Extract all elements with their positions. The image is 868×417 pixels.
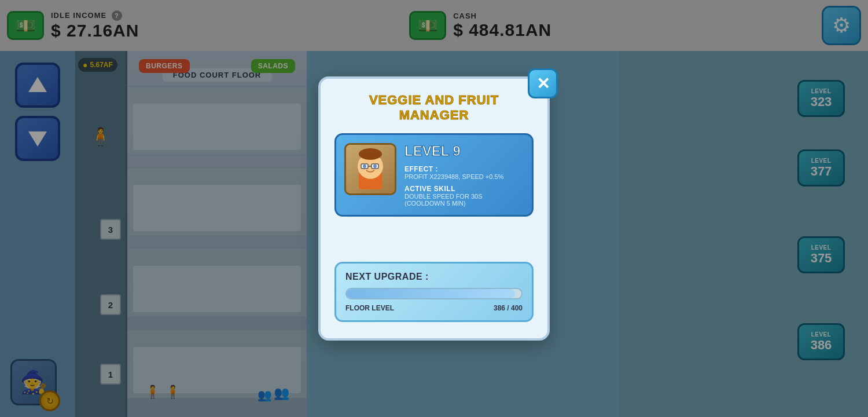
active-skill-label: ACTIVE SKILL	[404, 185, 524, 193]
close-button[interactable]: ✕	[528, 68, 558, 98]
manager-avatar	[344, 143, 396, 195]
next-upgrade-title: NEXT UPGRADE :	[345, 272, 523, 282]
modal-overlay: ✕ VEGGIE AND FRUIT MANAGER	[0, 0, 868, 417]
manager-info: LEVEL 9 EFFECT : PROFIT X2239488, SPEED …	[404, 143, 524, 207]
manager-card: LEVEL 9 EFFECT : PROFIT X2239488, SPEED …	[334, 133, 534, 217]
modal-title: VEGGIE AND FRUIT MANAGER	[334, 93, 534, 123]
progress-labels: FLOOR LEVEL 386 / 400	[345, 304, 523, 312]
effect-label: EFFECT :	[404, 165, 524, 173]
progress-bar-background	[345, 288, 523, 299]
progress-bar-fill	[347, 289, 515, 298]
manager-modal: ✕ VEGGIE AND FRUIT MANAGER	[318, 76, 550, 341]
next-upgrade-box: NEXT UPGRADE : FLOOR LEVEL 386 / 400	[334, 262, 534, 322]
progress-text: 386 / 400	[494, 304, 523, 312]
active-skill-value: DOUBLE SPEED FOR 30S (COOLDOWN 5 MIN)	[404, 193, 524, 207]
svg-point-4	[359, 148, 382, 160]
svg-point-8	[373, 164, 377, 168]
effect-value: PROFIT X2239488, SPEED +0.5%	[404, 173, 524, 180]
modal-spacer	[334, 227, 534, 262]
close-icon: ✕	[536, 74, 550, 93]
manager-level: LEVEL 9	[404, 143, 524, 159]
floor-level-label: FLOOR LEVEL	[345, 304, 394, 312]
manager-character	[347, 146, 393, 192]
svg-point-7	[363, 164, 366, 168]
